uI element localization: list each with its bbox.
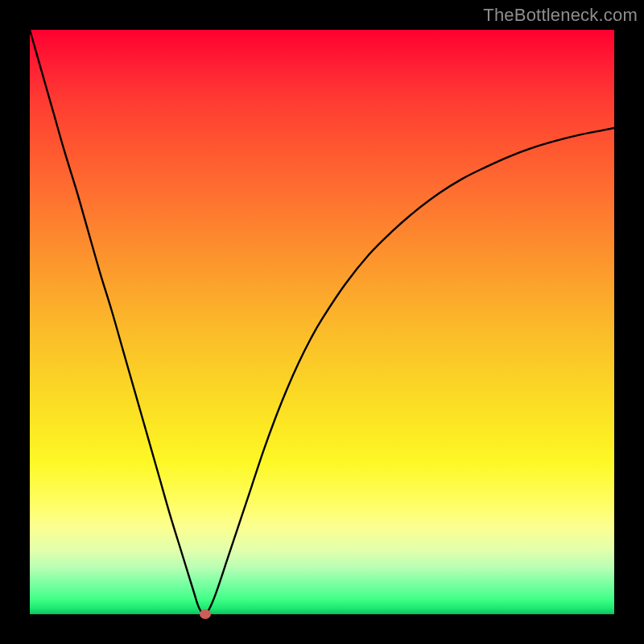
watermark-text: TheBottleneck.com xyxy=(483,5,638,26)
optimal-point-marker xyxy=(200,609,211,619)
bottleneck-curve xyxy=(30,30,614,614)
chart-frame: TheBottleneck.com xyxy=(0,0,644,644)
plot-area xyxy=(30,30,614,614)
